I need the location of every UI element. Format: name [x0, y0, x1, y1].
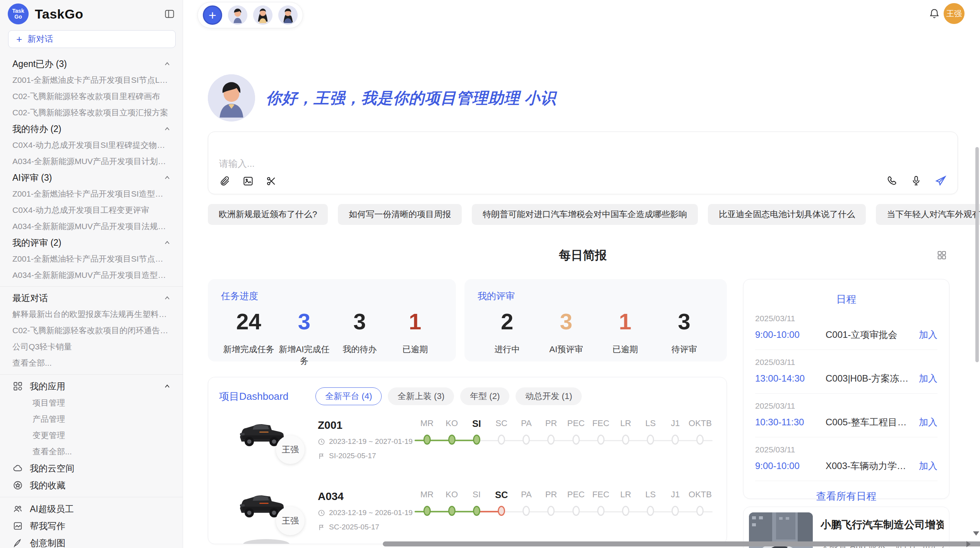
schedule-item: 2025/03/11 13:00-14:30 C003|H0B-方案冻结评审 加… [755, 350, 937, 394]
join-meeting-link[interactable]: 加入 [919, 460, 937, 472]
section-agent-done[interactable]: Agent已办 (3) [0, 56, 183, 72]
list-item[interactable]: A034-全新新能源MUV产品开发项目计划变更表编写 [0, 153, 183, 170]
project-owner-badge: 王强 [276, 507, 305, 535]
list-item[interactable]: Z001-全新燃油轻卡产品开发项目SI造型提交物评审 [0, 186, 183, 202]
project-row-z001[interactable]: 王强 Z001 2023-12-19 ~ 2027-01-19 SI-2025-… [219, 418, 716, 476]
suggestion-chip[interactable]: 如何写一份清晰的项目周报 [338, 204, 462, 225]
join-meeting-link[interactable]: 加入 [919, 416, 937, 428]
divider [0, 286, 183, 287]
sidebar-item-ai-employee[interactable]: AI超级员工 [0, 500, 183, 517]
chat-composer[interactable]: 请输入... [208, 132, 958, 194]
chevron-up-icon[interactable] [163, 294, 171, 302]
tab-powertrain[interactable]: 动总开发 (1) [516, 387, 582, 405]
project-code: Z001 [318, 419, 413, 432]
agent-avatar[interactable] [278, 5, 298, 25]
section-title: Agent已办 (3) [12, 58, 67, 70]
phone-icon[interactable] [886, 175, 898, 187]
stat: 3 新增AI完成任务 [276, 308, 332, 367]
section-ai-review[interactable]: AI评审 (3) [0, 170, 183, 186]
app-link-change-mgmt[interactable]: 变更管理 [0, 427, 183, 444]
list-item[interactable]: 公司Q3轻卡销量 [0, 339, 183, 355]
paperclip-icon[interactable] [219, 175, 231, 187]
list-item[interactable]: C02-飞腾新能源轻客改款项目的闭环通告反馈情况 [0, 322, 183, 339]
view-all-chats[interactable]: 查看全部... [0, 355, 183, 371]
topbar: + 王强 [183, 0, 980, 27]
flag-icon [318, 524, 325, 531]
view-all-schedule-link[interactable]: 查看所有日程 [755, 490, 937, 503]
scroll-down-arrow[interactable] [973, 531, 979, 536]
app-link-project-mgmt[interactable]: 项目管理 [0, 395, 183, 411]
section-my-review[interactable]: 我的评审 (2) [0, 235, 183, 251]
send-icon[interactable] [934, 175, 947, 187]
plus-icon: + [16, 35, 22, 43]
chevron-up-icon[interactable] [163, 174, 171, 182]
project-row-a034[interactable]: 王强 A034 2023-12-19 ~ 2026-01-19 SC-2025-… [219, 489, 716, 544]
suggestion-chip[interactable]: 当下年轻人对汽车外观有怎样的喜好趋势 [876, 204, 980, 225]
list-item[interactable]: Z001-全新燃油轻卡产品开发项目SI节点属性5D文件评审 [0, 251, 183, 267]
stat-label: 进行中 [478, 344, 537, 355]
writing-image-icon [13, 521, 23, 531]
horizontal-scrollbar[interactable] [383, 541, 980, 546]
scissors-icon[interactable] [266, 175, 277, 187]
stat-value: 3 [276, 308, 332, 334]
layout-grid-icon[interactable] [936, 250, 947, 260]
new-chat-button[interactable]: + 新对话 [8, 30, 176, 48]
sidebar-item-creative-draw[interactable]: 创意制图 [0, 534, 183, 548]
sidebar-item-label: AI超级员工 [30, 503, 171, 515]
composer-right-tools [886, 175, 947, 187]
logo-line2: Go [14, 14, 22, 20]
join-meeting-link[interactable]: 加入 [919, 329, 937, 341]
schedule-card: 日程 2025/03/11 9:00-10:00 C001-立项审批会 加入 2… [743, 279, 949, 499]
sidebar-item-favorites[interactable]: 我的收藏 [0, 477, 183, 494]
sidebar-item-cloud-space[interactable]: 我的云空间 [0, 460, 183, 477]
assistant-avatar [208, 74, 255, 122]
list-item[interactable]: C02-飞腾新能源轻客改款项目里程碑画布 [0, 88, 183, 104]
milestone-dots [415, 435, 713, 447]
suggestion-chip[interactable]: 欧洲新规最近颁布了什么? [208, 204, 328, 225]
chevron-up-icon[interactable] [163, 125, 171, 133]
list-item[interactable]: Z001-全新燃油皮卡产品开发项目SI节点Lesson Learn报告 [0, 72, 183, 88]
tab-model-year[interactable]: 年型 (2) [460, 387, 509, 405]
list-item[interactable]: C02-飞腾新能源轻客改款项目立项汇报方案 [0, 104, 183, 121]
microphone-icon[interactable] [910, 175, 922, 187]
schedule-time: 13:00-14:30 [755, 373, 826, 384]
sidebar-item-label: 我的收藏 [30, 480, 171, 491]
tab-new-platform[interactable]: 全新平台 (4) [315, 387, 382, 405]
stat-value: 3 [332, 308, 387, 334]
section-my-todo[interactable]: 我的待办 (2) [0, 121, 183, 137]
add-agent-button[interactable]: + [203, 5, 222, 25]
task-progress-card: 任务进度 24 新增完成任务 3 新增AI完成任务 [208, 279, 456, 361]
chevron-up-icon[interactable] [163, 382, 171, 390]
tab-new-body[interactable]: 全新上装 (3) [388, 387, 454, 405]
user-avatar[interactable]: 王强 [944, 3, 965, 24]
list-item[interactable]: C0X4-动力总成开发项目工程变更评审 [0, 202, 183, 218]
sidebar-item-help-write[interactable]: 帮我写作 [0, 517, 183, 534]
agent-avatar[interactable] [228, 5, 247, 25]
image-icon[interactable] [242, 175, 254, 187]
section-recent-chats[interactable]: 最近对话 [0, 290, 183, 306]
suggestion-chip[interactable]: 比亚迪全固态电池计划具体说了什么 [708, 204, 866, 225]
suggestion-chip[interactable]: 特朗普可能对进口汽车增税会对中国车企造成哪些影响 [472, 204, 698, 225]
schedule-name: C005-整车工程目标评审 [826, 416, 914, 428]
join-meeting-link[interactable]: 加入 [919, 372, 937, 385]
list-item[interactable]: A034-全新新能源MUV产品开发项目法规符合性评审 [0, 218, 183, 235]
schedule-item: 2025/03/11 9:00-10:00 C001-立项审批会 加入 [755, 306, 937, 350]
stat-value: 3 [537, 308, 596, 334]
view-all-apps[interactable]: 查看全部... [0, 444, 183, 460]
collapse-sidebar-icon[interactable] [164, 9, 175, 19]
schedule-time: 9:00-10:00 [755, 329, 826, 340]
vertical-scrollbar[interactable] [975, 147, 979, 362]
chevron-up-icon[interactable] [163, 239, 171, 247]
stat: 2 进行中 [478, 308, 537, 355]
project-date-range: 2023-12-19 ~ 2026-01-19 [318, 509, 413, 517]
scroll-right-arrow[interactable] [966, 541, 971, 547]
app-link-product-mgmt[interactable]: 产品管理 [0, 411, 183, 427]
chevron-up-icon[interactable] [163, 60, 171, 68]
sidebar-item-my-apps[interactable]: 我的应用 [0, 378, 183, 395]
list-item[interactable]: 解释最新出台的欧盟报废车法规再生塑料比例被调至15%... [0, 306, 183, 322]
stat: 3 AI预评审 [537, 308, 596, 355]
list-item[interactable]: A034-全新新能源MUV产品开发项目造型可行性评审 [0, 267, 183, 283]
notification-bell-icon[interactable] [929, 8, 940, 19]
list-item[interactable]: C0X4-动力总成开发项目SI里程碑提交物检查 [0, 137, 183, 153]
agent-avatar[interactable] [253, 5, 272, 25]
